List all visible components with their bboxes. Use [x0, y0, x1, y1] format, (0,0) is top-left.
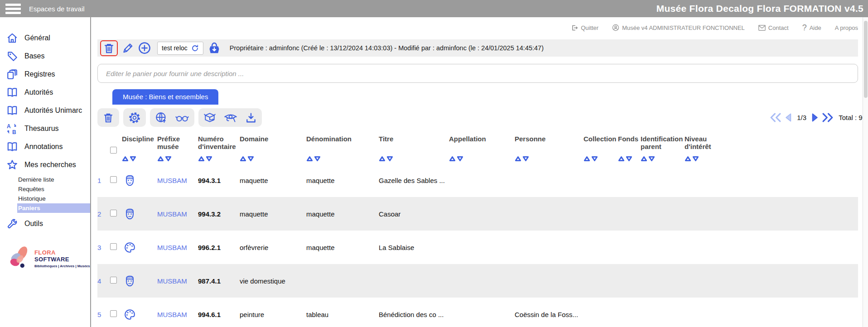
- delete-basket-button[interactable]: [100, 40, 118, 56]
- hamburger-menu-icon[interactable]: [5, 2, 21, 16]
- refresh-icon[interactable]: [191, 44, 199, 52]
- delete-selection-button[interactable]: [97, 108, 119, 127]
- scrollbar-thumb[interactable]: [864, 21, 868, 98]
- publish-view-button-group[interactable]: [150, 108, 194, 127]
- last-page-icon[interactable]: [822, 113, 834, 122]
- next-page-icon[interactable]: [810, 113, 820, 122]
- sort-arrows[interactable]: [685, 156, 699, 162]
- sidebar-item-mes-recherches[interactable]: Mes recherches: [0, 156, 90, 174]
- sort-arrows[interactable]: [618, 156, 632, 162]
- prefix-link[interactable]: MUSBAM: [157, 277, 187, 285]
- sort-arrows[interactable]: [306, 156, 321, 162]
- workspaces-label: Espaces de travail: [29, 5, 85, 13]
- column-header: Dénomination: [306, 135, 379, 154]
- sort-arrows[interactable]: [122, 156, 136, 162]
- row-checkbox[interactable]: [110, 277, 117, 284]
- box-export-icon: [203, 111, 216, 124]
- prefix-link[interactable]: MUSBAM: [157, 210, 187, 218]
- contact-link[interactable]: Contact: [758, 24, 789, 31]
- sort-arrows[interactable]: [157, 156, 172, 162]
- settings-button[interactable]: [123, 108, 146, 127]
- row-number-link[interactable]: 2: [97, 210, 101, 218]
- star-icon: [6, 159, 18, 171]
- sort-arrows[interactable]: [240, 156, 254, 162]
- about-link[interactable]: A propos: [835, 24, 858, 31]
- table-row: 3MUSBAM996.2.1orfèvreriemaquetteLa Sabla…: [97, 231, 858, 264]
- table-row: 2MUSBAM994.3.2maquettemaquetteCasoar: [97, 197, 858, 231]
- prev-page-icon[interactable]: [784, 113, 793, 122]
- sidebar-subitem-historique[interactable]: Historique: [0, 194, 90, 203]
- scrollbar[interactable]: [863, 17, 868, 327]
- mask-icon: [122, 208, 157, 220]
- flora-software-logo: FLORA SOFTWARE Bibliothèques | Archives …: [5, 245, 90, 273]
- row-checkbox[interactable]: [110, 243, 117, 250]
- denomination-cell: maquette: [306, 177, 379, 184]
- column-header: Titre: [379, 135, 449, 154]
- select-all-checkbox[interactable]: [110, 147, 117, 154]
- prefix-link[interactable]: MUSBAM: [157, 244, 187, 251]
- sidebar-subitem-derniere-liste[interactable]: Dernière liste: [0, 175, 90, 184]
- basket-name: test reloc: [162, 44, 188, 52]
- mask-icon: [122, 174, 157, 187]
- add-basket-icon[interactable]: [138, 41, 151, 55]
- row-checkbox[interactable]: [110, 210, 117, 216]
- titre-cell: Gazelle des Sables ...: [379, 177, 449, 184]
- tab-musee-biens-ensembles[interactable]: Musée : Biens et ensembles: [112, 89, 218, 105]
- sidebar-item-autorites-unimarc[interactable]: Autorités Unimarc: [0, 101, 90, 120]
- edit-pencil-icon[interactable]: [122, 42, 134, 54]
- basket-name-box[interactable]: test reloc: [157, 42, 203, 55]
- open-book-icon: [6, 141, 18, 153]
- glasses-icon: [175, 112, 189, 123]
- page-indicator: 1/3: [797, 114, 806, 121]
- list-controls-row: 1/3 Total : 96: [97, 108, 858, 127]
- download-icon: [245, 112, 257, 124]
- first-page-icon[interactable]: [769, 113, 781, 122]
- sort-arrows[interactable]: [641, 156, 655, 162]
- current-user-link[interactable]: Musée v4 ADMINISTRATEUR FONCTIONNEL: [612, 24, 745, 31]
- domaine-cell: peinture: [240, 311, 306, 318]
- sidebar-item-annotations[interactable]: Annotations: [0, 138, 90, 156]
- sidebar-item-thesaurus[interactable]: AB Thesaurus: [0, 120, 90, 138]
- sidebar-item-outils[interactable]: Outils: [0, 215, 90, 233]
- table-row: 1MUSBAM994.3.1maquettemaquetteGazelle de…: [97, 164, 858, 197]
- prefix-link[interactable]: MUSBAM: [157, 177, 187, 184]
- row-checkbox[interactable]: [110, 176, 117, 183]
- basket-description-input[interactable]: [97, 64, 858, 83]
- row-checkbox[interactable]: [110, 310, 117, 317]
- column-header: Appellation: [449, 135, 515, 154]
- row-number-link[interactable]: 1: [97, 177, 101, 184]
- palette-icon: [122, 241, 157, 254]
- basket-icon[interactable]: [207, 41, 221, 55]
- column-header: Niveau d'intérêt: [685, 135, 730, 154]
- row-number-link[interactable]: 5: [97, 311, 101, 318]
- domaine-cell: maquette: [240, 177, 306, 184]
- sort-arrows[interactable]: [198, 156, 212, 162]
- app-title: Musée Flora Decalog Flora FORMATION v4.5: [656, 3, 868, 14]
- mail-icon: [758, 25, 766, 31]
- column-header: Personne: [515, 135, 583, 154]
- export-view-download-button-group[interactable]: [198, 108, 262, 127]
- sidebar-item-autorites[interactable]: Autorités: [0, 83, 90, 101]
- sort-arrows[interactable]: [379, 156, 393, 162]
- sidebar-item-general[interactable]: Général: [0, 29, 90, 47]
- home-icon: [6, 32, 18, 44]
- sidebar-item-bases[interactable]: Bases: [0, 47, 90, 65]
- sort-arrows[interactable]: [449, 156, 463, 162]
- sort-az-icon: AB: [6, 123, 18, 135]
- quit-link[interactable]: Quitter: [571, 24, 598, 31]
- wrench-icon: [6, 218, 18, 230]
- basket-toolbar: test reloc Propriétaire : adminfonc (Cré…: [97, 39, 858, 57]
- sidebar-subitem-paniers[interactable]: Paniers: [17, 203, 90, 213]
- sort-arrows[interactable]: [515, 156, 529, 162]
- row-number-link[interactable]: 3: [97, 244, 101, 251]
- sort-arrows[interactable]: [583, 156, 598, 162]
- denomination-cell: maquette: [306, 244, 379, 251]
- row-number-link[interactable]: 4: [97, 277, 101, 285]
- help-link[interactable]: ? Aide: [802, 23, 821, 33]
- prefix-link[interactable]: MUSBAM: [157, 311, 187, 318]
- sidebar-item-registres[interactable]: Registres: [0, 65, 90, 83]
- inventory-number: 994.3.2: [198, 210, 240, 218]
- sidebar-subitem-requetes[interactable]: Requêtes: [0, 184, 90, 194]
- gear-icon: [128, 111, 141, 124]
- domaine-cell: vie domestique: [240, 277, 306, 285]
